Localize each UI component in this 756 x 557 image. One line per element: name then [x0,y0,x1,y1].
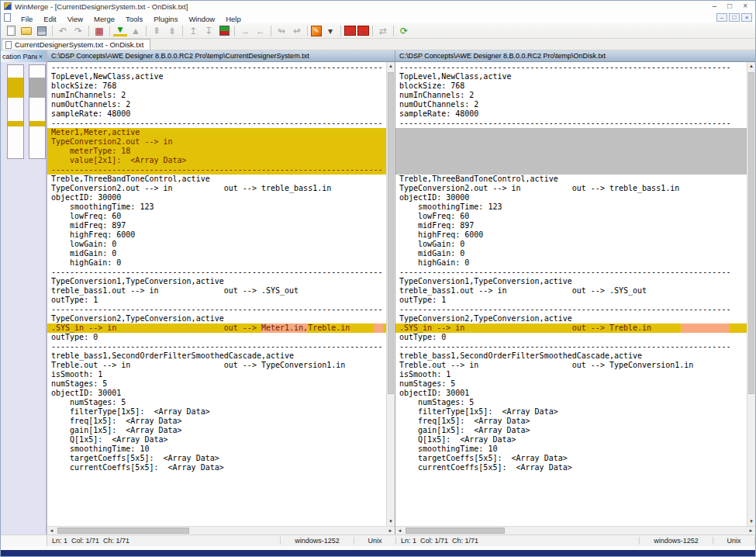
right-horizontal-scrollbar[interactable]: ◄ ► [395,526,755,535]
open-icon[interactable] [19,24,33,37]
left-editor-content[interactable]: ----------------------------------------… [47,62,386,526]
left-vertical-scrollbar[interactable]: ▲ ▼ [386,62,395,526]
code-line: blockSize: 768 [395,81,747,91]
diff-line: value[2x1]: <Array Data> [47,156,386,165]
right-file-path-header[interactable]: C:\DSP Concepts\AWE Designer 8.B.0.0.RC2… [395,50,755,62]
refresh-icon[interactable]: ⟳ [397,24,411,37]
diff-line: Meter1,Meter,active [47,128,386,137]
location-diff-band[interactable] [29,121,45,126]
menu-plugins[interactable]: Plugins [148,14,183,24]
redo-icon[interactable]: ↷ [71,24,85,37]
tab-strip: CurrentDesignerSystem.txt - OnDisk.txt [1,39,755,50]
code-line: TypeConversion2.out --> in out --> trebl… [395,184,747,193]
menu-view[interactable]: View [62,14,88,24]
editor-mode-icon[interactable]: ✎ [311,26,322,36]
scroll-down-icon[interactable]: ▼ [749,517,754,526]
right-vscroll-thumb[interactable] [748,72,754,394]
first-difference-icon[interactable]: ⇞ [150,24,164,37]
code-line: lowFreq: 60 [47,212,386,221]
code-line: sampleRate: 48000 [47,109,386,119]
code-line: numOutChannels: 2 [47,100,386,109]
window-title: WinMerge - [CurrentDesignerSystem.txt - … [15,2,713,11]
location-pane-body[interactable] [1,62,46,535]
next-conflict-icon[interactable]: ↧ [202,24,216,37]
code-line: objectID: 30000 [47,193,386,202]
code-line: Treble,ThreeBandToneControl,active [47,175,386,184]
right-file-location-bar[interactable] [29,64,46,159]
location-diff-band[interactable] [29,78,45,98]
code-line: numInChannels: 2 [395,91,747,100]
menu-file[interactable]: File [16,14,38,24]
code-line: midFreq: 897 [47,221,386,230]
undo-icon[interactable]: ↶ [56,24,70,37]
code-line: Q[1x5]: <Array Data> [395,435,747,445]
left-vscroll-thumb[interactable] [388,72,394,394]
menu-help[interactable]: Help [220,14,247,24]
close-button[interactable]: × [743,2,747,10]
toolbar-separator [109,26,110,36]
code-line: TypeConversion2,TypeConversion,active [395,314,747,323]
code-line: objectID: 30001 [395,389,747,398]
status-bar: Ln: 1 Col: 1/71 Ch: 1/71 windows-1252 Un… [1,535,755,546]
last-difference-icon[interactable]: ⇟ [165,24,179,37]
location-diff-band[interactable] [8,121,23,126]
rescan-icon[interactable]: ▦ [92,24,106,37]
tab-compare-files[interactable]: CurrentDesignerSystem.txt - OnDisk.txt [2,39,150,50]
location-pane-title: cation Pane [2,53,37,61]
copy-right-icon[interactable]: → [238,24,252,37]
save-icon[interactable] [35,24,49,37]
new-file-icon[interactable] [4,24,18,37]
copy-left-icon[interactable]: ← [254,24,268,37]
mdi-close-button[interactable]: × [741,13,752,22]
right-hscroll-thumb[interactable] [406,528,505,534]
menu-merge[interactable]: Merge [88,14,120,24]
mdi-minimize-button[interactable]: – [716,13,727,22]
next-difference-icon[interactable]: ▼ [113,26,127,36]
winmerge-window: WinMerge - [CurrentDesignerSystem.txt - … [0,0,756,557]
scroll-left-icon[interactable]: ◄ [47,528,56,533]
code-line: lowGain: 0 [47,240,386,249]
code-line: smoothingTime: 10 [395,445,747,454]
code-line: TopLevel,NewClass,active [47,72,386,81]
copy-all-right-icon[interactable]: → [344,26,356,36]
maximize-button[interactable]: □ [727,2,732,10]
current-difference-icon[interactable] [217,24,231,37]
right-editor-content[interactable]: ----------------------------------------… [395,62,747,526]
left-cursor-position: Ln: 1 Col: 1/71 Ch: 1/71 [47,537,280,545]
location-diff-band[interactable] [8,78,23,98]
scroll-left-icon[interactable]: ◄ [395,528,404,533]
scroll-right-icon[interactable]: ► [747,528,755,533]
copy-left-advance-icon[interactable]: ↫ [290,24,304,37]
scroll-right-icon[interactable]: ► [386,528,395,533]
diff-segment: Treble.in [308,323,350,333]
left-horizontal-scrollbar[interactable]: ◄ ► [47,526,395,535]
mdi-restore-button[interactable]: □ [729,13,740,22]
right-vertical-scrollbar[interactable]: ▲ ▼ [747,62,755,526]
toolbar-separator [271,26,271,36]
code-line: gain[1x5]: <Array Data> [395,426,747,435]
taskbar-strip [1,550,755,556]
scroll-up-icon[interactable]: ▲ [388,62,393,71]
left-file-location-bar[interactable] [7,64,24,159]
code-line: treble_bass1.out --> in out --> .SYS_out [47,286,386,296]
copy-all-left-icon[interactable]: ← [357,26,369,36]
menu-tools[interactable]: Tools [120,14,148,24]
separator-line: ----------------------------------------… [47,268,386,277]
previous-difference-icon[interactable]: ▲ [129,24,143,37]
scroll-up-icon[interactable]: ▲ [749,62,754,71]
menu-edit[interactable]: Edit [38,14,61,24]
scroll-down-icon[interactable]: ▼ [388,517,393,526]
previous-conflict-icon[interactable]: ↥ [186,24,200,37]
swap-panes-icon[interactable]: ⇄ [376,24,390,37]
editor-mode-caret-icon[interactable]: ▾ [323,24,337,37]
copy-right-advance-icon[interactable]: ↬ [274,24,288,37]
minimize-button[interactable]: – [713,2,717,10]
toolbar-separator [182,26,183,36]
toolbar-separator [307,26,308,36]
left-file-path-header[interactable]: C:\DSP Concepts\AWE Designer 8.B.0.0.RC2… [47,50,395,62]
menu-window[interactable]: Window [183,14,220,24]
code-line: outType: 1 [47,296,386,305]
left-hscroll-thumb[interactable] [57,528,189,534]
location-pane-close-icon[interactable]: × [37,53,44,61]
mdi-document-icon[interactable] [4,13,11,22]
